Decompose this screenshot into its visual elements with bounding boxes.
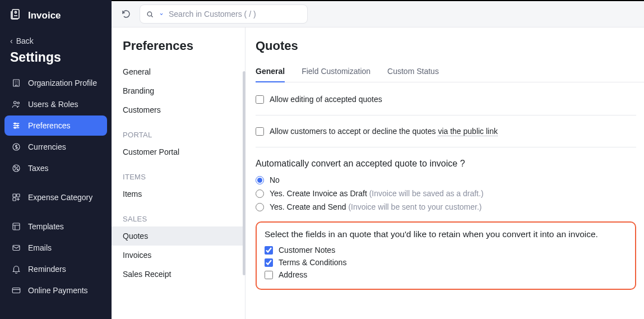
checkbox-input[interactable] <box>256 127 264 136</box>
sidebar-item-taxes[interactable]: Taxes <box>4 158 107 178</box>
radio-create-draft[interactable]: Yes. Create Invoice as Draft (Invoice wi… <box>256 187 636 200</box>
svg-rect-14 <box>13 198 16 201</box>
prefs-link-customers[interactable]: Customers <box>112 100 245 119</box>
sidebar-item-label: Users & Roles <box>28 100 78 109</box>
checkbox-allow-accept[interactable]: Allow customers to accept or decline the… <box>256 124 636 138</box>
sidebar-item-label: Organization Profile <box>28 78 97 87</box>
sidebar-item-label: Currencies <box>28 142 66 151</box>
checkbox-customer-notes[interactable]: Customer Notes <box>265 244 627 256</box>
mail-icon <box>11 243 21 253</box>
checkbox-allow-edit[interactable]: Allow editing of accepted quotes <box>256 93 636 106</box>
page-title: Quotes <box>256 39 644 67</box>
svg-rect-15 <box>13 223 20 230</box>
prefs-link-items[interactable]: Items <box>112 184 245 204</box>
search-icon <box>146 10 154 19</box>
sidebar-item-emails[interactable]: Emails <box>4 238 107 258</box>
back-label: Back <box>16 36 34 45</box>
tabs: General Field Customization Custom Statu… <box>256 67 644 82</box>
svg-point-6 <box>17 125 18 126</box>
svg-rect-16 <box>13 246 20 251</box>
refresh-button[interactable] <box>118 6 134 22</box>
sidebar-item-users-roles[interactable]: Users & Roles <box>4 94 107 114</box>
tab-field-customization[interactable]: Field Customization <box>302 67 370 82</box>
svg-point-18 <box>147 12 152 16</box>
svg-point-1 <box>15 11 16 13</box>
radio-label: Yes. Create Invoice as Draft (Invoice wi… <box>270 189 484 198</box>
sidebar-item-online-payments[interactable]: Online Payments <box>4 280 107 300</box>
dollar-icon <box>11 142 21 152</box>
sidebar-item-expense-category[interactable]: Expense Category <box>4 187 107 207</box>
preferences-panel: Preferences General Branding Customers P… <box>112 27 245 319</box>
sliders-icon <box>11 121 21 131</box>
prefs-section-items: ITEMS <box>112 161 245 184</box>
checkbox-terms[interactable]: Terms & Conditions <box>265 256 627 269</box>
category-icon <box>11 192 21 202</box>
svg-point-7 <box>15 127 16 128</box>
radio-input[interactable] <box>256 203 264 211</box>
radio-input[interactable] <box>256 176 264 184</box>
app-name: Invoice <box>28 10 61 21</box>
sidebar-item-label: Preferences <box>28 121 70 130</box>
sidebar-item-templates[interactable]: Templates <box>4 216 107 237</box>
chevron-down-icon[interactable] <box>159 10 164 19</box>
checkbox-input[interactable] <box>265 246 273 255</box>
sidebar-item-preferences[interactable]: Preferences <box>4 115 107 136</box>
svg-rect-17 <box>12 288 20 293</box>
percent-icon <box>11 163 21 173</box>
auto-convert-question: Automatically convert an accepted quote … <box>256 156 636 173</box>
card-icon <box>11 285 21 295</box>
sidebar-item-reminders[interactable]: Reminders <box>4 259 107 279</box>
radio-label: Yes. Create and Send (Invoice will be se… <box>270 202 481 211</box>
sidebar-item-label: Templates <box>28 222 64 231</box>
prefs-link-general[interactable]: General <box>112 62 245 81</box>
template-icon <box>11 221 21 232</box>
sidebar-item-label: Reminders <box>28 265 66 274</box>
app-logo-icon <box>9 8 22 23</box>
radio-create-send[interactable]: Yes. Create and Send (Invoice will be se… <box>256 200 636 214</box>
sidebar-item-label: Expense Category <box>28 193 92 202</box>
sidebar-item-label: Emails <box>28 243 52 252</box>
checkbox-label: Address <box>279 270 307 279</box>
sidebar: Invoice ‹ Back Settings Organization Pro… <box>0 0 112 319</box>
checkbox-input[interactable] <box>265 258 273 267</box>
sidebar-item-label: Online Payments <box>28 286 88 295</box>
tab-custom-status[interactable]: Custom Status <box>387 67 439 82</box>
prefs-link-sales-receipt[interactable]: Sales Receipt <box>112 265 245 284</box>
svg-point-4 <box>17 102 19 104</box>
app-header: Invoice <box>0 2 112 30</box>
svg-point-11 <box>17 169 18 170</box>
prefs-link-branding[interactable]: Branding <box>112 81 245 100</box>
sidebar-item-organization-profile[interactable]: Organization Profile <box>4 73 107 93</box>
sidebar-item-label: Taxes <box>28 164 49 173</box>
radio-label: No <box>270 175 280 184</box>
svg-rect-13 <box>17 194 20 197</box>
preferences-title: Preferences <box>112 39 245 62</box>
back-link[interactable]: ‹ Back <box>0 30 112 45</box>
checkbox-label: Customer Notes <box>279 246 335 255</box>
svg-point-10 <box>15 167 16 168</box>
sidebar-item-currencies[interactable]: Currencies <box>4 137 107 157</box>
prefs-link-customer-portal[interactable]: Customer Portal <box>112 142 245 161</box>
prefs-link-invoices[interactable]: Invoices <box>112 246 245 265</box>
retain-fields-label: Select the fields in an quote that you'd… <box>265 229 627 244</box>
main-panel: Quotes General Field Customization Custo… <box>245 27 644 319</box>
refresh-icon <box>121 9 131 19</box>
checkbox-label: Allow customers to accept or decline the… <box>270 127 498 136</box>
prefs-section-portal: PORTAL <box>112 119 245 142</box>
checkbox-input[interactable] <box>265 271 273 279</box>
radio-no[interactable]: No <box>256 173 636 187</box>
topbar <box>112 0 644 27</box>
bell-icon <box>11 264 21 274</box>
prefs-link-quotes[interactable]: Quotes <box>112 226 245 246</box>
chevron-left-icon: ‹ <box>10 36 13 45</box>
checkbox-input[interactable] <box>256 95 264 104</box>
tab-general[interactable]: General <box>256 67 285 82</box>
search-input[interactable] <box>169 10 302 19</box>
svg-point-5 <box>15 123 16 124</box>
checkbox-address[interactable]: Address <box>265 269 627 281</box>
sidebar-title: Settings <box>0 45 112 71</box>
building-icon <box>11 78 21 88</box>
radio-input[interactable] <box>256 189 264 198</box>
users-icon <box>11 99 21 109</box>
search-box[interactable] <box>140 4 308 24</box>
